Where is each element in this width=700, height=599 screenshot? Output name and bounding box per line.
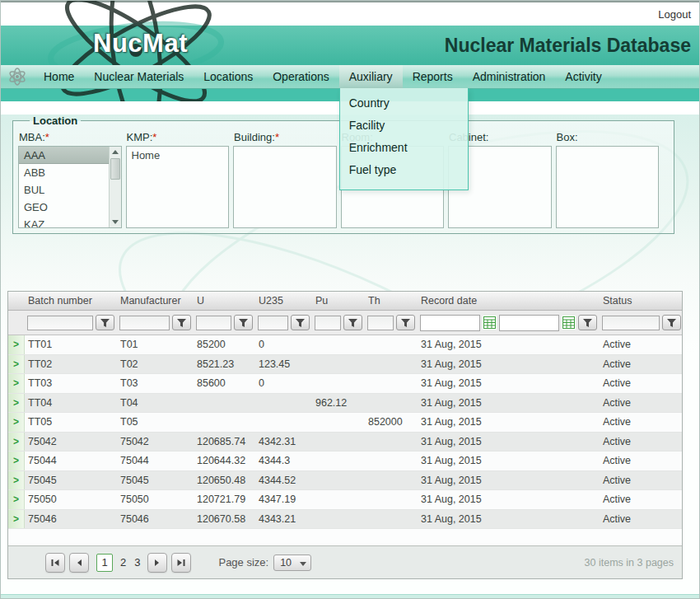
scrollbar-down-icon[interactable] bbox=[110, 217, 121, 227]
listbox-mba[interactable]: AAAABBBULGEOKAZ bbox=[18, 146, 122, 228]
expand-row-icon: > bbox=[13, 359, 19, 369]
menu-item-administration[interactable]: Administration bbox=[463, 65, 556, 88]
list-item[interactable]: ABB bbox=[19, 164, 121, 181]
table-row[interactable]: >TT05T0585200031 Aug, 2015Active bbox=[8, 413, 682, 433]
pager-page-current[interactable]: 1 bbox=[96, 554, 113, 572]
cell-status: Active bbox=[600, 413, 684, 432]
filter-input-batch-number[interactable] bbox=[27, 316, 93, 330]
column-header-batch-number[interactable]: Batch number bbox=[25, 292, 117, 310]
filter-input-th[interactable] bbox=[367, 316, 394, 330]
pager-page-3[interactable]: 3 bbox=[134, 556, 140, 569]
column-header-u235[interactable]: U235 bbox=[255, 292, 312, 310]
cell-u: 120670.58 bbox=[194, 510, 255, 529]
table-row[interactable]: >7504575045120650.484344.5231 Aug, 2015A… bbox=[8, 471, 682, 491]
filter-button-pu[interactable] bbox=[343, 315, 362, 330]
table-body: >TT01T0185200031 Aug, 2015Active>TT02T02… bbox=[8, 335, 682, 529]
row-expander[interactable]: > bbox=[8, 510, 25, 529]
filter-cell-record-date bbox=[418, 315, 600, 331]
filter-input-manufacturer[interactable] bbox=[119, 316, 170, 330]
listbox-scrollbar[interactable] bbox=[109, 147, 121, 227]
menu-item-operations[interactable]: Operations bbox=[263, 65, 338, 88]
filter-input-record-date-from[interactable] bbox=[420, 315, 480, 331]
pager-last-button[interactable] bbox=[171, 553, 191, 573]
table-row[interactable]: >7504675046120670.584343.2131 Aug, 2015A… bbox=[8, 510, 682, 530]
row-expander[interactable]: > bbox=[8, 413, 25, 432]
menu-item-activity[interactable]: Activity bbox=[555, 65, 611, 88]
list-item[interactable]: KAZ bbox=[19, 216, 121, 228]
filter-button-manufacturer[interactable] bbox=[172, 315, 191, 330]
main-menu: HomeNuclear MaterialsLocationsOperations… bbox=[1, 65, 699, 89]
column-header-th[interactable]: Th bbox=[365, 292, 418, 310]
menu-item-auxiliary[interactable]: AuxiliaryCountryFacilityEnrichmentFuel t… bbox=[339, 65, 403, 88]
column-header-status[interactable]: Status bbox=[600, 292, 684, 310]
location-field-kmp: KMP:*Home bbox=[126, 129, 230, 228]
table-row[interactable]: >7505075050120721.794347.1931 Aug, 2015A… bbox=[8, 490, 682, 510]
listbox-building[interactable] bbox=[233, 146, 337, 228]
calendar-from-button[interactable] bbox=[483, 316, 497, 330]
list-item[interactable]: GEO bbox=[19, 199, 121, 216]
menu-item-label: Locations bbox=[203, 70, 253, 83]
cell-pu bbox=[312, 433, 365, 452]
menu-item-nuclear-materials[interactable]: Nuclear Materials bbox=[84, 65, 194, 88]
row-expander[interactable]: > bbox=[8, 335, 25, 354]
menu-item-home[interactable]: Home bbox=[34, 65, 84, 88]
logout-link[interactable]: Logout bbox=[658, 8, 691, 21]
column-header-pu[interactable]: Pu bbox=[312, 292, 365, 310]
scrollbar-up-icon[interactable] bbox=[110, 147, 121, 157]
listbox-kmp[interactable]: Home bbox=[126, 146, 230, 228]
column-header-record-date[interactable]: Record date bbox=[418, 292, 600, 310]
dropdown-item-fuel-type[interactable]: Fuel type bbox=[340, 159, 468, 181]
column-header-u[interactable]: U bbox=[194, 292, 255, 310]
cell-batch-number: 75046 bbox=[25, 510, 117, 529]
column-header-manufacturer[interactable]: Manufacturer bbox=[117, 292, 194, 310]
filter-input-record-date-to[interactable] bbox=[499, 315, 559, 331]
filter-button-record-date[interactable] bbox=[578, 315, 597, 330]
row-expander[interactable]: > bbox=[8, 452, 25, 470]
row-expander[interactable]: > bbox=[8, 355, 25, 374]
menu-item-locations[interactable]: Locations bbox=[194, 65, 263, 88]
list-item[interactable]: BUL bbox=[19, 181, 121, 199]
row-expander[interactable]: > bbox=[8, 433, 25, 452]
filter-button-status[interactable] bbox=[662, 315, 681, 330]
table-row[interactable]: >TT01T0185200031 Aug, 2015Active bbox=[8, 335, 682, 355]
cell-u235: 123.45 bbox=[255, 355, 312, 374]
table-row[interactable]: >7504275042120685.744342.3131 Aug, 2015A… bbox=[8, 433, 682, 452]
list-item[interactable]: AAA bbox=[19, 147, 121, 164]
filter-cell-manufacturer bbox=[117, 315, 194, 330]
table-row[interactable]: >TT03T0385600031 Aug, 2015Active bbox=[8, 374, 682, 394]
cell-batch-number: 75042 bbox=[25, 433, 117, 452]
filter-input-u[interactable] bbox=[196, 316, 231, 330]
table-row[interactable]: >TT04T04962.1231 Aug, 2015Active bbox=[8, 394, 682, 414]
table-row[interactable]: >7504475044120644.324344.331 Aug, 2015Ac… bbox=[8, 452, 682, 471]
filter-input-u235[interactable] bbox=[258, 316, 288, 330]
listbox-box[interactable] bbox=[556, 146, 660, 228]
pager-page-2[interactable]: 2 bbox=[120, 556, 126, 569]
cell-batch-number: TT04 bbox=[25, 394, 117, 413]
calendar-to-button[interactable] bbox=[562, 316, 576, 330]
page-size-select[interactable]: 10 bbox=[273, 555, 311, 571]
row-expander[interactable]: > bbox=[8, 490, 25, 509]
filter-button-u[interactable] bbox=[234, 315, 253, 330]
dropdown-item-facility[interactable]: Facility bbox=[340, 115, 468, 137]
row-expander[interactable]: > bbox=[8, 394, 25, 413]
dropdown-item-country[interactable]: Country bbox=[340, 92, 468, 115]
dropdown-item-enrichment[interactable]: Enrichment bbox=[340, 137, 468, 159]
list-item[interactable]: Home bbox=[127, 147, 229, 164]
row-expander[interactable]: > bbox=[8, 374, 25, 393]
pager-prev-button[interactable] bbox=[69, 553, 89, 573]
calendar-icon bbox=[562, 316, 575, 329]
table-row[interactable]: >TT02T028521.23123.4531 Aug, 2015Active bbox=[8, 355, 682, 375]
pager-next-button[interactable] bbox=[147, 553, 167, 573]
funnel-icon bbox=[295, 318, 306, 328]
filter-button-batch-number[interactable] bbox=[96, 315, 114, 330]
pager-first-button[interactable] bbox=[45, 553, 65, 573]
cell-u235: 4344.3 bbox=[255, 452, 312, 470]
menu-item-reports[interactable]: Reports bbox=[403, 65, 463, 88]
filter-button-u235[interactable] bbox=[291, 315, 310, 330]
row-expander[interactable]: > bbox=[8, 471, 25, 490]
filter-input-status[interactable] bbox=[602, 316, 660, 330]
filter-input-pu[interactable] bbox=[315, 316, 341, 330]
scrollbar-thumb[interactable] bbox=[110, 158, 120, 180]
filter-button-th[interactable] bbox=[396, 315, 415, 330]
menu-item-label: Home bbox=[44, 70, 74, 83]
